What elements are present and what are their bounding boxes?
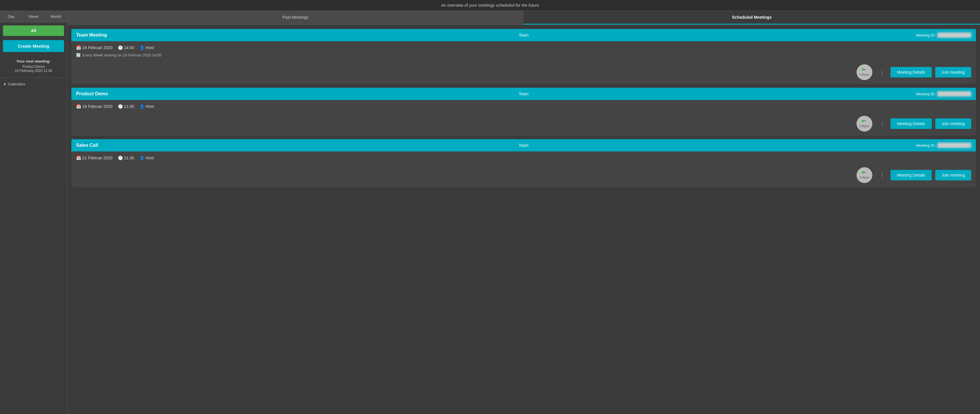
next-meeting-time: 18 February 2020 11:00 — [4, 69, 63, 73]
meeting-card-body: 📅 18 Februar 2020 🕐 14:00 👤 Host — [72, 41, 976, 62]
join-meeting-button[interactable]: Join meeting — [935, 118, 971, 129]
calendars-section[interactable]: Calendars — [0, 78, 67, 90]
join-meeting-button[interactable]: Join meeting — [935, 170, 971, 181]
tab-scheduled-meetings[interactable]: Scheduled Meetings — [523, 11, 980, 25]
time-info: 🕐 11:30 — [118, 155, 134, 160]
meeting-card: Sales Call Team Meeting ID: XXXXXXXXXX 📅… — [72, 139, 976, 187]
host-info: 👤 Host — [140, 155, 154, 160]
recording-badge: 0 Bytes — [857, 64, 872, 80]
meeting-team: Team — [376, 143, 671, 148]
meeting-card: Team Meeting Team Meeting ID: XXXXXXXXXX… — [72, 29, 976, 84]
date-info: 📅 18 Februar 2020 — [76, 104, 113, 109]
meeting-details-button[interactable]: Meeting Details — [891, 170, 932, 181]
time-info: 🕐 14:00 — [118, 45, 134, 50]
tabs-bar: Past Meetings Scheduled Meetings — [67, 11, 980, 25]
clock-icon: 🕐 — [118, 155, 123, 160]
meeting-time: 14:00 — [124, 45, 134, 50]
meeting-info-row: 📅 18 Februar 2020 🕐 14:00 👤 Host — [76, 45, 971, 50]
subtitle-bar: An overview of your meetings scheduled f… — [0, 0, 980, 11]
meeting-title: Sales Call — [76, 143, 371, 148]
date-info: 📅 18 Februar 2020 — [76, 45, 113, 50]
meeting-card-footer: 0 Bytes ⋮ Meeting Details Join meeting — [72, 62, 976, 84]
meeting-date: 18 Februar 2020 — [82, 45, 113, 50]
subtitle-text: An overview of your meetings scheduled f… — [441, 3, 539, 8]
meeting-details-button[interactable]: Meeting Details — [891, 67, 932, 78]
meeting-id-area: Meeting ID: XXXXXXXXXX — [676, 143, 971, 148]
date-info: 📅 21 Februar 2020 — [76, 155, 113, 160]
main-layout: Day Week Month All Create Meeting Your n… — [0, 11, 980, 414]
meeting-card: Product Demo Team Meeting ID: XXXXXXXXXX… — [72, 88, 976, 136]
calendar-icon: 📅 — [76, 155, 81, 160]
meeting-id-value: XXXXXXXXXX — [937, 32, 971, 38]
meeting-card-footer: 0 Bytes ⋮ Meeting Details Join meeting — [72, 113, 976, 136]
create-meeting-button[interactable]: Create Meeting — [3, 40, 64, 52]
calendar-icon: 📅 — [76, 104, 81, 109]
more-options-button[interactable]: ⋮ — [878, 172, 887, 178]
meeting-card-header: Sales Call Team Meeting ID: XXXXXXXXXX — [72, 139, 976, 151]
meeting-date: 21 Februar 2020 — [82, 155, 113, 160]
clock-icon: 🕐 — [118, 104, 123, 109]
next-meeting-info: Your next meeting: Product Demo 18 Febru… — [0, 56, 67, 78]
recording-badge: 0 Bytes — [857, 167, 872, 183]
host-info: 👤 Host — [140, 45, 154, 50]
view-buttons-group: Day Week Month — [0, 11, 67, 22]
recording-flag-icon — [862, 171, 867, 175]
meeting-info-row: 📅 21 Februar 2020 🕐 11:30 👤 Host — [76, 155, 971, 160]
recording-bytes: 0 Bytes — [859, 125, 869, 128]
recording-badge: 0 Bytes — [857, 116, 872, 132]
meeting-id-value: XXXXXXXXXX — [937, 143, 971, 148]
meeting-id-area: Meeting ID: XXXXXXXXXX — [676, 32, 971, 38]
meeting-team: Team — [376, 92, 671, 96]
meeting-id-area: Meeting ID: XXXXXXXXXX — [676, 91, 971, 97]
tab-past-meetings[interactable]: Past Meetings — [67, 11, 523, 25]
more-options-button[interactable]: ⋮ — [878, 69, 887, 75]
meeting-date: 18 Februar 2020 — [82, 104, 113, 109]
meeting-title: Team Meeting — [76, 32, 371, 38]
meeting-role: Host — [146, 104, 154, 109]
meeting-role: Host — [146, 155, 154, 160]
meeting-card-header: Team Meeting Team Meeting ID: XXXXXXXXXX — [72, 29, 976, 41]
meeting-details-button[interactable]: Meeting Details — [891, 118, 932, 129]
next-meeting-name: Product Demo — [4, 65, 63, 69]
meeting-card-footer: 0 Bytes ⋮ Meeting Details Join meeting — [72, 164, 976, 187]
meeting-id-label: Meeting ID: — [916, 143, 935, 148]
meeting-card-body: 📅 18 Februar 2020 🕐 11:00 👤 Host — [72, 100, 976, 113]
host-info: 👤 Host — [140, 104, 154, 109]
host-icon: 👤 — [140, 104, 144, 109]
recording-flag-icon — [862, 120, 867, 124]
meeting-role: Host — [146, 45, 154, 50]
month-view-button[interactable]: Month — [45, 11, 67, 22]
meeting-id-label: Meeting ID: — [916, 33, 935, 37]
calendars-label: Calendars — [8, 82, 25, 86]
chevron-right-icon — [4, 83, 6, 86]
recurrence-icon: 🔄 — [76, 53, 81, 57]
meeting-id-label: Meeting ID: — [916, 92, 935, 96]
recurrence-row: 🔄 Every Week starting on 18 Februar 2020… — [76, 53, 971, 57]
meeting-title: Product Demo — [76, 91, 371, 97]
sidebar: Day Week Month All Create Meeting Your n… — [0, 11, 67, 414]
meeting-card-header: Product Demo Team Meeting ID: XXXXXXXXXX — [72, 88, 976, 100]
week-view-button[interactable]: Week — [22, 11, 45, 22]
all-filter-button[interactable]: All — [3, 25, 64, 36]
more-options-button[interactable]: ⋮ — [878, 121, 887, 127]
time-info: 🕐 11:00 — [118, 104, 134, 109]
recurrence-text: Every Week starting on 18 Februar 2020 1… — [83, 53, 161, 57]
host-icon: 👤 — [140, 155, 144, 160]
recording-bytes: 0 Bytes — [859, 176, 869, 179]
recording-flag-icon — [862, 68, 867, 73]
meeting-info-row: 📅 18 Februar 2020 🕐 11:00 👤 Host — [76, 104, 971, 109]
meeting-team: Team — [376, 33, 671, 37]
clock-icon: 🕐 — [118, 45, 123, 50]
meeting-time: 11:00 — [124, 104, 134, 109]
meeting-id-value: XXXXXXXXXX — [937, 91, 971, 97]
meeting-time: 11:30 — [124, 155, 134, 160]
calendar-icon: 📅 — [76, 45, 81, 50]
day-view-button[interactable]: Day — [0, 11, 22, 22]
host-icon: 👤 — [140, 45, 144, 50]
meeting-card-body: 📅 21 Februar 2020 🕐 11:30 👤 Host — [72, 151, 976, 164]
next-meeting-label: Your next meeting: — [4, 59, 63, 63]
join-meeting-button[interactable]: Join meeting — [935, 67, 971, 78]
recording-bytes: 0 Bytes — [859, 73, 869, 76]
main-content: Past Meetings Scheduled Meetings Team Me… — [67, 11, 980, 414]
meetings-list: Team Meeting Team Meeting ID: XXXXXXXXXX… — [67, 25, 980, 414]
